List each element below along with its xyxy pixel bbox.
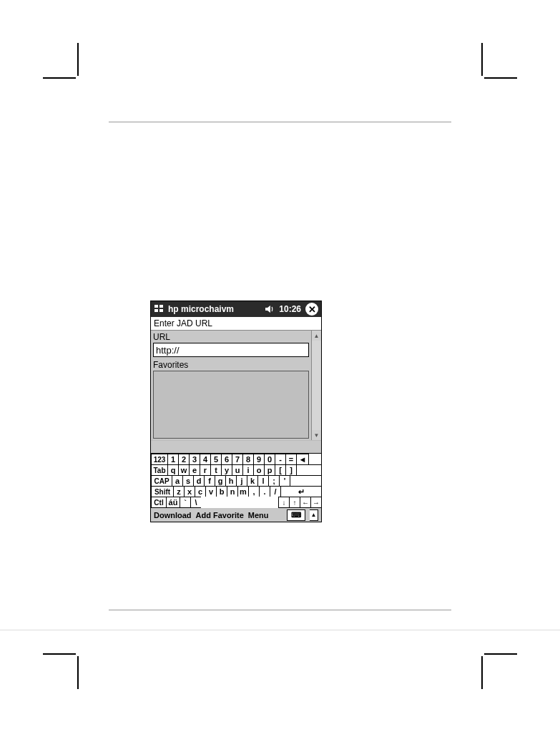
key-right[interactable]: → [310, 497, 322, 508]
key-backtick[interactable]: ` [180, 497, 191, 508]
windows-flag-icon[interactable] [154, 303, 165, 315]
key-lbracket[interactable]: [ [275, 464, 286, 476]
scrollbar[interactable]: ▲ ▼ [311, 331, 321, 440]
key-space[interactable] [201, 497, 278, 508]
key-o[interactable]: o [253, 464, 265, 476]
key-p[interactable]: p [264, 464, 275, 476]
keyboard-row-2: Tab q w e r t y u i o p [ ] [151, 464, 321, 475]
favorites-label: Favorites [153, 360, 309, 370]
key-6[interactable]: 6 [221, 454, 232, 465]
keyboard-row-5: Ctl áü ` \ ↓ ↑ ← → [151, 497, 321, 507]
add-favorite-button[interactable]: Add Favorite [196, 511, 244, 519]
page-rule [109, 610, 451, 610]
key-apostrophe[interactable]: ' [279, 475, 290, 487]
key-ctl[interactable]: Ctl [151, 497, 167, 508]
soft-keyboard: 123 1 2 3 4 5 6 7 8 9 0 - = ◄ Tab q w e … [151, 453, 321, 507]
key-l[interactable]: l [257, 475, 269, 487]
key-e[interactable]: e [189, 464, 200, 476]
crop-mark [484, 653, 517, 655]
key-0[interactable]: 0 [264, 454, 275, 465]
key-backspace[interactable]: ◄ [296, 454, 309, 465]
keyboard-row-4: Shift z x c v b n m , . / ↵ [151, 486, 321, 497]
key-x[interactable]: x [184, 486, 195, 497]
key-7[interactable]: 7 [232, 454, 243, 465]
key-i[interactable]: i [242, 464, 254, 476]
crop-mark [43, 653, 76, 655]
key-d[interactable]: d [193, 475, 205, 487]
key-h[interactable]: h [225, 475, 237, 487]
key-5[interactable]: 5 [210, 454, 222, 465]
hairline [0, 630, 560, 630]
key-f[interactable]: f [204, 475, 215, 487]
key-4[interactable]: 4 [200, 454, 211, 465]
key-y[interactable]: y [221, 464, 232, 476]
key-t[interactable]: t [210, 464, 222, 476]
download-button[interactable]: Download [154, 511, 192, 519]
key-v[interactable]: v [205, 486, 217, 497]
key-j[interactable]: j [236, 475, 247, 487]
key-blank[interactable] [296, 464, 322, 476]
key-backslash[interactable]: \ [190, 497, 202, 508]
key-g[interactable]: g [215, 475, 226, 487]
key-tab[interactable]: Tab [151, 464, 168, 476]
url-label: URL [153, 332, 309, 342]
key-a[interactable]: a [172, 475, 183, 487]
crop-mark [481, 43, 483, 76]
page-rule [109, 122, 451, 122]
crop-mark [43, 77, 76, 79]
crop-mark [77, 656, 79, 689]
key-3[interactable]: 3 [189, 454, 200, 465]
key-caps[interactable]: CAP [151, 475, 172, 487]
key-u[interactable]: u [232, 464, 243, 476]
key-rbracket[interactable]: ] [285, 464, 297, 476]
key-enter[interactable]: ↵ [280, 486, 322, 497]
scroll-down-button[interactable]: ▼ [312, 430, 321, 440]
crop-mark [481, 656, 483, 689]
key-m[interactable]: m [237, 486, 249, 497]
key-period[interactable]: . [259, 486, 270, 497]
key-c[interactable]: c [195, 486, 206, 497]
key-b[interactable]: b [216, 486, 227, 497]
key-1[interactable]: 1 [167, 454, 179, 465]
favorites-listbox[interactable] [153, 371, 309, 439]
key-q[interactable]: q [167, 464, 179, 476]
key-9[interactable]: 9 [253, 454, 265, 465]
key-r[interactable]: r [200, 464, 211, 476]
screen-subtitle: Enter JAD URL [151, 317, 321, 331]
key-2[interactable]: 2 [178, 454, 190, 465]
key-8[interactable]: 8 [242, 454, 254, 465]
keyboard-row-1: 123 1 2 3 4 5 6 7 8 9 0 - = ◄ [151, 454, 321, 464]
app-title: hp microchaivm [168, 304, 262, 314]
pda-screen: hp microchaivm 10:26 ✕ Enter JAD URL URL… [150, 301, 322, 522]
key-w[interactable]: w [178, 464, 190, 476]
key-z[interactable]: z [173, 486, 185, 497]
key-down[interactable]: ↓ [278, 497, 290, 508]
key-123[interactable]: 123 [151, 454, 168, 465]
menu-button[interactable]: Menu [248, 511, 269, 519]
url-input[interactable] [153, 343, 309, 357]
key-left[interactable]: ← [300, 497, 311, 508]
key-k[interactable]: k [247, 475, 258, 487]
key-blank[interactable] [290, 475, 322, 487]
gap [151, 440, 321, 453]
key-minus[interactable]: - [275, 454, 286, 465]
key-n[interactable]: n [227, 486, 238, 497]
bottom-toolbar: Download Add Favorite Menu ⌨ ▲ [151, 507, 321, 522]
key-s[interactable]: s [182, 475, 194, 487]
key-semicolon[interactable]: ; [268, 475, 280, 487]
close-button[interactable]: ✕ [305, 303, 318, 316]
key-equals[interactable]: = [285, 454, 297, 465]
key-slash[interactable]: / [270, 486, 281, 497]
svg-rect-3 [159, 309, 163, 312]
keyboard-toggle-icon[interactable]: ⌨ [287, 509, 305, 521]
svg-rect-2 [154, 309, 158, 312]
keyboard-menu-chevron-icon[interactable]: ▲ [310, 509, 318, 521]
key-accent[interactable]: áü [166, 497, 180, 508]
key-comma[interactable]: , [248, 486, 260, 497]
crop-mark [484, 77, 517, 79]
svg-rect-0 [154, 305, 158, 308]
scroll-up-button[interactable]: ▲ [312, 331, 321, 341]
key-up[interactable]: ↑ [289, 497, 300, 508]
speaker-icon[interactable] [265, 304, 275, 314]
key-shift[interactable]: Shift [151, 486, 174, 497]
